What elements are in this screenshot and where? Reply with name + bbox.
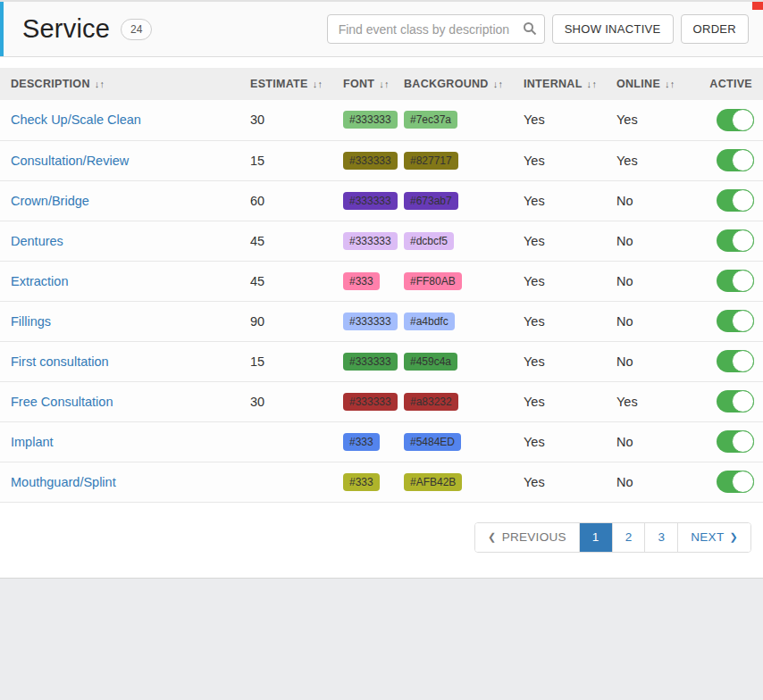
service-link[interactable]: Implant — [11, 435, 54, 449]
font-badge: #333333 — [343, 111, 398, 129]
estimate-value: 45 — [250, 274, 264, 288]
sort-icon[interactable]: ↓↑ — [379, 79, 390, 89]
order-button[interactable]: ORDER — [681, 14, 749, 44]
column-label: BACKGROUND — [404, 78, 489, 90]
active-toggle[interactable] — [717, 350, 754, 372]
estimate-value: 30 — [250, 395, 264, 409]
column-label: ONLINE — [616, 78, 660, 90]
online-value: No — [616, 194, 633, 208]
background-badge: #7ec37a — [404, 111, 457, 129]
active-toggle[interactable] — [717, 430, 754, 453]
column-label: ESTIMATE — [250, 78, 308, 90]
page-button-3[interactable]: 3 — [644, 523, 677, 552]
toggle-knob — [732, 430, 754, 453]
toggle-knob — [732, 189, 754, 212]
page-button-2[interactable]: 2 — [612, 523, 645, 552]
table-row: Check Up/Scale Clean 30 #333333 #7ec37a … — [0, 100, 763, 140]
background-badge: #459c4a — [404, 353, 457, 371]
column-header-font[interactable]: FONT↓↑ — [343, 68, 404, 100]
table-row: Mouthguard/Splint #333 #AFB42B Yes No — [0, 462, 763, 502]
service-link[interactable]: Extraction — [11, 274, 68, 288]
previous-label: PREVIOUS — [502, 530, 566, 545]
internal-value: Yes — [524, 234, 545, 248]
estimate-value: 30 — [250, 112, 264, 127]
sort-icon[interactable]: ↓↑ — [313, 79, 323, 89]
toggle-knob — [732, 390, 754, 412]
font-badge: #333 — [343, 433, 380, 451]
next-page-button[interactable]: NEXT ❯ — [677, 523, 750, 552]
active-toggle[interactable] — [717, 109, 754, 131]
sort-icon[interactable]: ↓↑ — [665, 79, 675, 89]
online-value: Yes — [616, 154, 638, 168]
online-value: No — [616, 234, 633, 248]
show-inactive-button[interactable]: SHOW INACTIVE — [552, 14, 674, 44]
table-row: First consultation 15 #333333 #459c4a Ye… — [0, 341, 763, 381]
sort-icon[interactable]: ↓↑ — [587, 79, 598, 89]
background-badge: #827717 — [404, 152, 458, 170]
pagination-row: ❮ PREVIOUS 123 NEXT ❯ — [0, 503, 763, 578]
service-link[interactable]: Dentures — [11, 234, 63, 248]
table-header-row: DESCRIPTION↓↑ESTIMATE↓↑FONT↓↑BACKGROUND↓… — [0, 68, 763, 100]
service-link[interactable]: Consultation/Review — [11, 154, 129, 168]
sort-icon[interactable]: ↓↑ — [95, 79, 105, 89]
active-toggle[interactable] — [717, 149, 754, 171]
column-header-estimate[interactable]: ESTIMATE↓↑ — [250, 68, 343, 100]
chevron-right-icon: ❯ — [729, 531, 738, 543]
column-header-internal[interactable]: INTERNAL↓↑ — [524, 68, 616, 100]
service-link[interactable]: Fillings — [11, 314, 51, 329]
font-badge: #333333 — [343, 353, 398, 371]
accent-bar — [0, 2, 4, 56]
previous-page-button[interactable]: ❮ PREVIOUS — [475, 523, 579, 552]
active-toggle[interactable] — [717, 310, 754, 332]
column-header-online[interactable]: ONLINE↓↑ — [616, 68, 693, 100]
table-body: Check Up/Scale Clean 30 #333333 #7ec37a … — [0, 100, 763, 502]
service-link[interactable]: Crown/Bridge — [11, 194, 89, 208]
service-link[interactable]: Check Up/Scale Clean — [11, 112, 141, 127]
internal-value: Yes — [524, 435, 545, 449]
background-badge: #FF80AB — [404, 272, 462, 290]
next-label: NEXT — [691, 530, 724, 545]
toggle-knob — [732, 270, 754, 292]
active-toggle[interactable] — [717, 471, 754, 493]
column-header-active: ACTIVE — [693, 68, 763, 100]
screen-corner-marker — [752, 2, 763, 10]
font-badge: #333 — [343, 272, 380, 290]
internal-value: Yes — [524, 314, 545, 329]
internal-value: Yes — [524, 274, 545, 288]
active-toggle[interactable] — [717, 189, 754, 212]
font-badge: #333333 — [343, 393, 398, 411]
internal-value: Yes — [524, 354, 545, 369]
pagination: ❮ PREVIOUS 123 NEXT ❯ — [474, 522, 751, 553]
search-input[interactable] — [327, 14, 545, 44]
service-page: Service 24 SHOW INACTIVE ORDER DESCRIPTI… — [0, 0, 763, 700]
online-value: Yes — [616, 395, 638, 409]
online-value: No — [616, 314, 633, 329]
service-link[interactable]: First consultation — [11, 354, 109, 369]
service-link[interactable]: Mouthguard/Splint — [11, 475, 116, 489]
page-button-1[interactable]: 1 — [579, 523, 612, 552]
internal-value: Yes — [524, 475, 545, 489]
table-row: Extraction 45 #333 #FF80AB Yes No — [0, 261, 763, 301]
column-header-description[interactable]: DESCRIPTION↓↑ — [0, 68, 250, 100]
background-badge: #AFB42B — [404, 473, 462, 491]
font-badge: #333333 — [343, 192, 398, 210]
sort-icon[interactable]: ↓↑ — [493, 79, 504, 89]
online-value: No — [616, 274, 633, 288]
active-toggle[interactable] — [717, 229, 754, 252]
online-value: No — [616, 354, 633, 369]
font-badge: #333333 — [343, 232, 398, 250]
estimate-value: 60 — [250, 194, 264, 208]
active-toggle[interactable] — [717, 270, 754, 292]
estimate-value: 45 — [250, 234, 264, 248]
chevron-left-icon: ❮ — [488, 531, 497, 543]
internal-value: Yes — [524, 112, 545, 127]
column-label: FONT — [343, 78, 374, 90]
column-header-background[interactable]: BACKGROUND↓↑ — [404, 68, 524, 100]
active-toggle[interactable] — [717, 390, 754, 412]
online-value: No — [616, 435, 633, 449]
toggle-knob — [732, 229, 754, 252]
estimate-value: 90 — [250, 314, 264, 329]
page-title: Service — [22, 14, 110, 44]
service-link[interactable]: Free Consultation — [11, 395, 113, 409]
background-badge: #a4bdfc — [404, 312, 455, 330]
